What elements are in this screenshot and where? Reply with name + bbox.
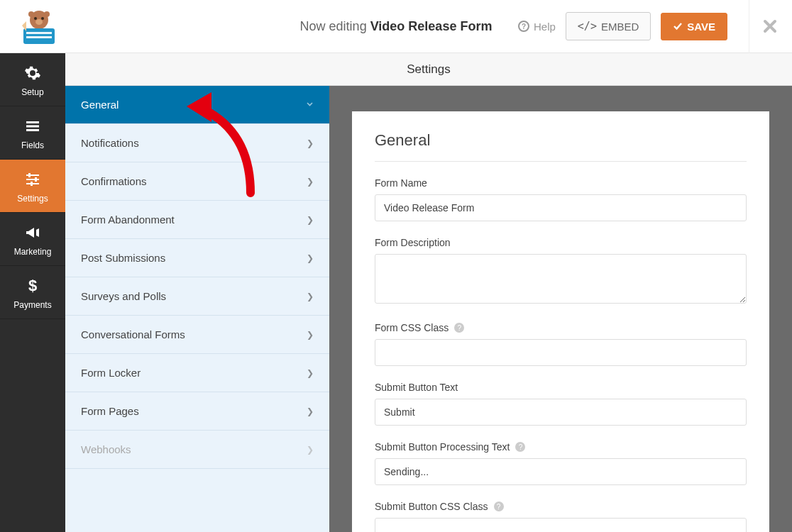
submit-processing-input[interactable]	[375, 458, 747, 485]
submit-button-text-input[interactable]	[375, 399, 747, 426]
svg-point-2	[41, 17, 44, 20]
editing-title: Now editing Video Release Form	[300, 19, 493, 34]
form-area: General Form Name Form Description Form …	[329, 86, 792, 532]
list-icon	[24, 118, 41, 135]
check-icon	[673, 21, 683, 31]
chevron-right-icon: ❯	[307, 292, 314, 301]
settings-item-surveys-and-polls[interactable]: Surveys and Polls ❯	[65, 277, 329, 316]
settings-item-general[interactable]: General	[65, 86, 329, 124]
help-icon: ?	[518, 21, 529, 32]
dollar-icon: $	[24, 277, 41, 294]
settings-item-webhooks[interactable]: Webhooks ❯	[65, 431, 329, 469]
code-icon: </>	[578, 20, 597, 33]
sidebar-item-label: Fields	[21, 140, 44, 150]
sidebar-item-setup[interactable]: Setup	[0, 53, 65, 106]
gear-icon	[24, 65, 41, 82]
settings-item-label: Form Locker	[81, 367, 141, 379]
settings-item-label: Form Pages	[81, 405, 139, 417]
sidebar-item-label: Setup	[21, 87, 43, 97]
settings-item-label: Form Abandonment	[81, 214, 175, 226]
chevron-down-icon	[306, 100, 314, 110]
embed-button[interactable]: </> EMBED	[566, 12, 651, 40]
settings-item-confirmations[interactable]: Confirmations ❯	[65, 162, 329, 201]
sidebar-item-label: Payments	[13, 300, 51, 310]
svg-rect-15	[26, 179, 39, 180]
submit-button-text-label: Submit Button Text	[375, 382, 747, 393]
svg-point-3	[35, 19, 43, 25]
form-css-class-input[interactable]	[375, 339, 747, 366]
settings-item-conversational-forms[interactable]: Conversational Forms ❯	[65, 316, 329, 354]
settings-item-form-pages[interactable]: Form Pages ❯	[65, 392, 329, 431]
svg-text:$: $	[28, 277, 37, 294]
settings-item-label: Notifications	[81, 137, 139, 149]
settings-item-post-submissions[interactable]: Post Submissions ❯	[65, 239, 329, 277]
svg-rect-13	[26, 129, 39, 131]
settings-item-form-locker[interactable]: Form Locker ❯	[65, 354, 329, 392]
help-tip-icon[interactable]: ?	[494, 501, 504, 511]
sidebar-nav: Setup Fields Settings Marketing $ Paymen…	[0, 53, 65, 532]
sub-header-title: Settings	[407, 62, 450, 77]
settings-item-label: Post Submissions	[81, 252, 165, 264]
submit-css-class-input[interactable]	[375, 518, 747, 532]
form-description-input[interactable]	[375, 254, 747, 304]
settings-item-notifications[interactable]: Notifications ❯	[65, 124, 329, 162]
sidebar-item-payments[interactable]: $ Payments	[0, 266, 65, 319]
sidebar-item-marketing[interactable]: Marketing	[0, 213, 65, 266]
sliders-icon	[24, 171, 41, 188]
help-tip-icon[interactable]: ?	[515, 442, 525, 452]
sub-header: Settings	[65, 53, 792, 86]
form-name-title: Video Release Form	[370, 19, 493, 33]
svg-text:?: ?	[522, 23, 526, 31]
help-link[interactable]: ? Help	[518, 21, 556, 33]
sidebar-item-settings[interactable]: Settings	[0, 160, 65, 213]
close-icon	[762, 18, 778, 34]
help-tip-icon[interactable]: ?	[454, 323, 464, 333]
sidebar-item-label: Settings	[17, 194, 48, 204]
svg-rect-14	[26, 174, 39, 176]
megaphone-icon	[24, 224, 41, 241]
chevron-right-icon: ❯	[307, 177, 314, 187]
form-name-label: Form Name	[375, 177, 747, 189]
general-panel: General Form Name Form Description Form …	[352, 111, 769, 532]
settings-item-label: General	[81, 99, 119, 111]
settings-item-label: Confirmations	[81, 175, 147, 187]
chevron-right-icon: ❯	[307, 330, 314, 340]
svg-rect-7	[26, 32, 52, 34]
brand-logo	[14, 5, 64, 48]
svg-point-5	[44, 11, 50, 17]
settings-item-label: Webhooks	[81, 443, 131, 455]
editing-prefix: Now editing	[300, 19, 367, 33]
svg-point-1	[34, 17, 37, 20]
chevron-right-icon: ❯	[307, 445, 314, 455]
chevron-right-icon: ❯	[307, 138, 314, 148]
svg-rect-17	[28, 173, 31, 177]
chevron-right-icon: ❯	[307, 368, 314, 378]
header-bar: Now editing Video Release Form ? Help </…	[0, 0, 792, 53]
settings-list: General Notifications ❯ Confirmations ❯ …	[65, 86, 329, 532]
svg-rect-11	[26, 121, 39, 123]
settings-item-label: Surveys and Polls	[81, 290, 166, 302]
panel-title: General	[375, 131, 747, 162]
chevron-right-icon: ❯	[307, 253, 314, 263]
submit-processing-label: Submit Button Processing Text	[375, 441, 510, 453]
sidebar-item-fields[interactable]: Fields	[0, 106, 65, 160]
form-description-label: Form Description	[375, 237, 747, 248]
chevron-right-icon: ❯	[307, 215, 314, 225]
settings-item-form-abandonment[interactable]: Form Abandonment ❯	[65, 201, 329, 239]
chevron-right-icon: ❯	[307, 406, 314, 416]
svg-rect-12	[26, 126, 39, 128]
svg-rect-19	[31, 182, 33, 186]
form-css-class-label: Form CSS Class	[375, 322, 449, 333]
svg-rect-8	[26, 36, 52, 38]
svg-point-4	[28, 11, 34, 17]
settings-item-label: Conversational Forms	[81, 328, 185, 340]
form-name-input[interactable]	[375, 194, 747, 221]
close-button[interactable]	[749, 0, 778, 53]
save-button[interactable]: SAVE	[661, 13, 727, 40]
sidebar-item-label: Marketing	[14, 247, 52, 257]
svg-rect-18	[35, 177, 37, 182]
submit-css-class-label: Submit Button CSS Class	[375, 501, 488, 512]
